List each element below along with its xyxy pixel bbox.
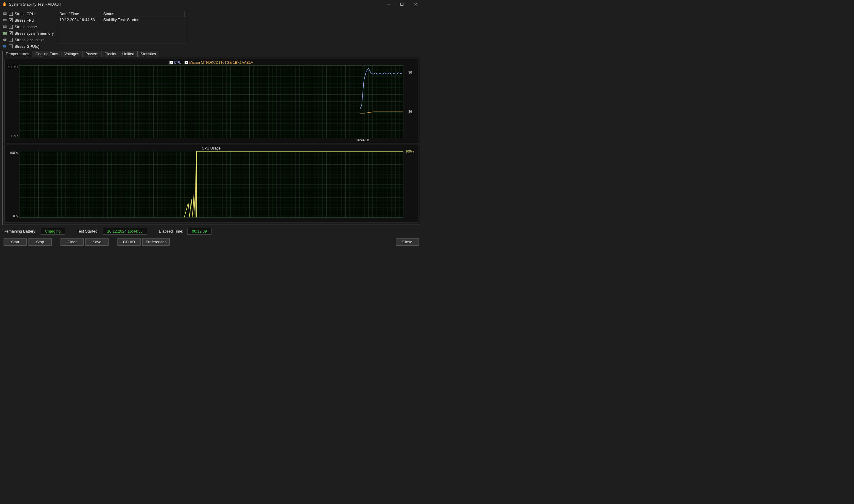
checkbox-icon[interactable] [9, 44, 13, 48]
close-button[interactable]: Close [396, 238, 419, 246]
device-icon [2, 38, 7, 41]
legend-label: Micron MTFDKCD1T0TGE-1BK1AABLA [189, 60, 253, 65]
battery-label: Remaining Battery: [3, 229, 36, 233]
current-value-ssd: 36 [408, 110, 412, 113]
legend-item-ssd[interactable]: Micron MTFDKCD1T0TGE-1BK1AABLA [184, 60, 253, 65]
y-axis-right [403, 151, 418, 218]
svg-rect-11 [3, 34, 7, 35]
svg-point-13 [4, 39, 5, 40]
svg-rect-9 [3, 26, 6, 27]
close-window-button[interactable] [409, 0, 422, 8]
tab-bar: TemperaturesCooling FansVoltagesPowersCl… [0, 50, 422, 57]
chart-temperatures: CPU Micron MTFDKCD1T0TGE-1BK1AABLA 100 °… [4, 59, 418, 143]
y-bot-label: 0 °C [6, 134, 18, 138]
log-head-status: Status [102, 11, 185, 17]
chart-cpu-usage: CPU Usage 100% 0% 100% [4, 145, 418, 223]
legend-label: CPU [174, 60, 182, 65]
y-axis-left: 100 °C 0 °C [5, 65, 19, 138]
device-icon [2, 12, 7, 15]
log-header: Date / Time Status [58, 11, 187, 17]
stress-item[interactable]: Stress FPU [2, 17, 54, 23]
test-started-value: 10.12.2024 16:44:58 [103, 228, 147, 235]
current-value-cpu: 90 [408, 71, 412, 74]
elapsed-value: 00:12:39 [187, 228, 212, 235]
titlebar: System Stability Test - AIDA64 [0, 0, 422, 8]
checkbox-icon[interactable] [9, 38, 13, 42]
clear-button[interactable]: Clear [60, 238, 84, 246]
charts-area: CPU Micron MTFDKCD1T0TGE-1BK1AABLA 100 °… [2, 57, 420, 225]
plot-area[interactable]: 100% [19, 151, 403, 218]
stress-label: Stress GPU(s) [15, 44, 39, 49]
tab-clocks[interactable]: Clocks [101, 51, 119, 57]
checkbox-icon[interactable] [9, 25, 13, 29]
stress-item[interactable]: Stress CPU [2, 11, 54, 17]
svg-rect-7 [3, 20, 6, 21]
tab-voltages[interactable]: Voltages [61, 51, 83, 57]
config-area: Stress CPUStress FPUStress cacheStress s… [0, 8, 422, 50]
log-cell: 10.12.2024 16:44:58 [58, 17, 102, 22]
y-axis-right [403, 65, 418, 138]
svg-rect-1 [401, 3, 403, 6]
checkbox-icon[interactable] [9, 32, 13, 35]
preferences-button[interactable]: Preferences [142, 238, 170, 246]
stress-label: Stress system memory [15, 31, 54, 36]
svg-rect-5 [3, 13, 6, 14]
start-button[interactable]: Start [3, 238, 27, 246]
svg-point-15 [4, 46, 5, 47]
y-bot-label: 0% [6, 214, 18, 218]
legend-item-cpu[interactable]: CPU [169, 60, 182, 65]
svg-rect-10 [3, 32, 7, 34]
maximize-button[interactable] [395, 0, 409, 8]
stop-button[interactable]: Stop [29, 238, 52, 246]
log-head-datetime: Date / Time [58, 11, 102, 17]
stress-item[interactable]: Stress system memory [2, 30, 54, 36]
y-top-label: 100 °C [6, 65, 18, 69]
status-row: Remaining Battery: Charging Test Started… [0, 225, 422, 236]
x-axis [5, 218, 418, 222]
checkbox-icon[interactable] [9, 12, 13, 16]
minimize-button[interactable] [381, 0, 395, 8]
battery-value: Charging [41, 228, 65, 235]
device-icon [2, 18, 7, 22]
elapsed-label: Elapsed Time: [159, 229, 183, 233]
tab-powers[interactable]: Powers [82, 51, 102, 57]
stress-label: Stress local disks [15, 38, 44, 42]
tab-cooling-fans[interactable]: Cooling Fans [32, 51, 61, 57]
tab-statistics[interactable]: Statistics [137, 51, 159, 57]
stress-item[interactable]: Stress GPU(s) [2, 43, 54, 49]
device-icon [2, 25, 7, 29]
stress-list: Stress CPUStress FPUStress cacheStress s… [2, 11, 54, 49]
chart-title: CPU Usage [5, 145, 418, 151]
y-axis-left: 100% 0% [5, 151, 19, 218]
button-row: Start Stop Clear Save CPUID Preferences … [0, 236, 422, 249]
checkbox-icon[interactable] [9, 18, 13, 22]
plot-area[interactable]: 90 36 [19, 65, 403, 138]
x-axis: 16:44:58 [5, 138, 418, 143]
legend-checkbox-icon [169, 61, 173, 65]
x-axis-marker: 16:44:58 [356, 138, 369, 142]
device-icon [2, 32, 7, 35]
save-button[interactable]: Save [86, 238, 109, 246]
stress-item[interactable]: Stress local disks [2, 37, 54, 43]
device-icon [2, 44, 7, 48]
window-title: System Stability Test - AIDA64 [9, 2, 381, 6]
tab-temperatures[interactable]: Temperatures [2, 51, 32, 57]
cpuid-button[interactable]: CPUID [117, 238, 141, 246]
tab-unified[interactable]: Unified [119, 51, 137, 57]
test-started-label: Test Started: [77, 229, 98, 233]
current-value-cpu-usage: 100% [405, 149, 414, 153]
log-panel: Date / Time Status 10.12.2024 16:44:58St… [58, 11, 187, 44]
stress-label: Stress CPU [15, 12, 35, 16]
y-top-label: 100% [6, 151, 18, 155]
stress-item[interactable]: Stress cache [2, 24, 54, 30]
app-icon [2, 1, 7, 7]
log-row: 10.12.2024 16:44:58Stability Test: Start… [58, 17, 187, 22]
stress-label: Stress cache [15, 24, 37, 29]
log-cell: Stability Test: Started [102, 17, 187, 22]
legend-checkbox-icon [184, 61, 188, 65]
stress-label: Stress FPU [15, 18, 34, 22]
chart-legend: CPU Micron MTFDKCD1T0TGE-1BK1AABLA [5, 59, 418, 65]
